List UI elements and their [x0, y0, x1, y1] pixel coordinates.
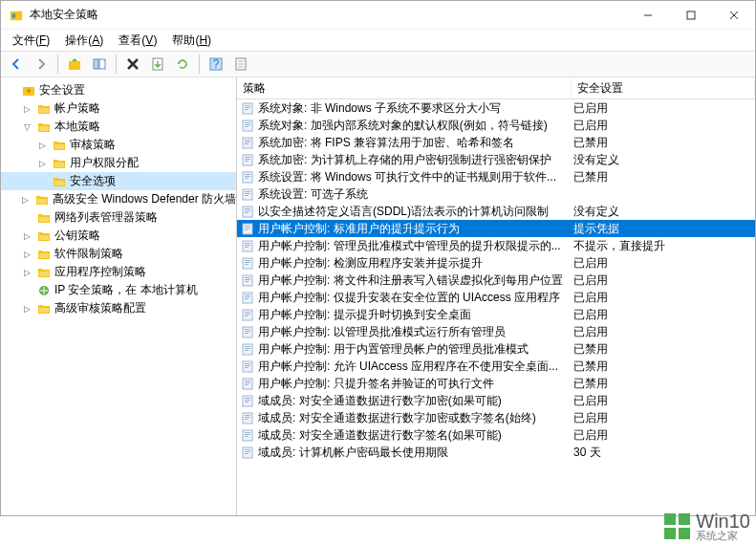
list-row[interactable]: 域成员: 对安全通道数据进行数字加密或数字签名(始终)已启用	[237, 409, 755, 426]
expander-icon[interactable]: ▷	[20, 102, 33, 116]
svg-rect-111	[245, 436, 248, 437]
svg-rect-40	[243, 138, 252, 148]
menu-help[interactable]: 帮助(H)	[164, 31, 219, 51]
svg-rect-98	[245, 382, 250, 383]
list-row[interactable]: 用户帐户控制: 将文件和注册表写入错误虚拟化到每用户位置已启用	[237, 272, 755, 289]
policy-setting: 已禁用	[573, 359, 755, 375]
folder-icon	[35, 192, 50, 207]
svg-rect-36	[243, 120, 252, 131]
toolbar: ?	[1, 51, 755, 77]
policy-icon	[240, 255, 255, 271]
list-row[interactable]: 系统对象: 非 Windows 子系统不要求区分大小写已启用	[237, 99, 755, 117]
expander-icon[interactable]: ▷	[35, 157, 49, 170]
list-row[interactable]: 用户帐户控制: 以管理员批准模式运行所有管理员已启用	[237, 323, 755, 340]
tree-panel[interactable]: 安全设置 ▷帐户策略▽本地策略▷审核策略▷用户权限分配安全选项▷高级安全 Win…	[1, 77, 237, 515]
list-row[interactable]: 用户帐户控制: 检测应用程序安装并提示提升已启用	[237, 254, 755, 272]
tree-label: 审核策略	[70, 137, 116, 153]
tree-item[interactable]: ▽本地策略	[1, 118, 236, 136]
export-button[interactable]	[146, 53, 169, 76]
svg-rect-39	[245, 126, 248, 127]
minimize-button[interactable]	[626, 1, 669, 29]
expander-icon[interactable]: ▷	[35, 139, 49, 152]
tree-item[interactable]: ▷审核策略	[1, 136, 236, 154]
policy-icon	[240, 186, 255, 202]
tree-item[interactable]: IP 安全策略，在 本地计算机	[1, 281, 236, 299]
properties-button[interactable]	[229, 53, 252, 76]
list-row[interactable]: 用户帐户控制: 标准用户的提升提示行为提示凭据	[237, 220, 755, 237]
list-row[interactable]: 域成员: 对安全通道数据进行数字签名(如果可能)已启用	[237, 426, 755, 444]
svg-rect-50	[245, 176, 250, 177]
svg-rect-84	[243, 327, 252, 337]
menu-file[interactable]: 文件(F)	[5, 31, 57, 51]
list-row[interactable]: 以安全描述符定义语言(SDDL)语法表示的计算机访问限制没有定义	[237, 203, 755, 220]
tree-item[interactable]: ▷软件限制策略	[1, 245, 236, 263]
tree-item[interactable]: ▷应用程序控制策略	[1, 263, 236, 281]
list-header: 策略 安全设置	[237, 77, 755, 99]
folder-icon	[36, 120, 52, 135]
back-button[interactable]	[5, 53, 28, 76]
tree-label: 安全选项	[70, 173, 116, 189]
svg-rect-72	[243, 275, 252, 286]
svg-rect-64	[243, 241, 252, 251]
help-button[interactable]: ?	[205, 53, 227, 76]
expander-icon[interactable]	[35, 175, 49, 188]
svg-rect-7	[94, 59, 98, 69]
svg-rect-3	[687, 11, 695, 19]
list-row[interactable]: 用户帐户控制: 管理员批准模式中管理员的提升权限提示的...不提示，直接提升	[237, 237, 755, 254]
refresh-button[interactable]	[171, 53, 194, 76]
list-row[interactable]: 用户帐户控制: 只提升签名并验证的可执行文件已禁用	[237, 375, 755, 392]
svg-rect-51	[245, 178, 248, 179]
list-row[interactable]: 域成员: 计算机帐户密码最长使用期限30 天	[237, 444, 755, 461]
tree-item[interactable]: 安全选项	[1, 172, 236, 190]
tree-item[interactable]: ▷用户权限分配	[1, 154, 236, 172]
svg-rect-46	[245, 159, 250, 160]
expander-icon[interactable]: ▷	[20, 229, 33, 243]
svg-point-19	[27, 89, 31, 93]
menu-view[interactable]: 查看(V)	[111, 31, 164, 51]
forward-button[interactable]	[30, 53, 53, 76]
svg-rect-48	[243, 172, 252, 183]
svg-rect-82	[245, 314, 250, 315]
list-row[interactable]: 系统设置: 可选子系统	[237, 185, 755, 203]
expander-icon[interactable]: ▷	[20, 266, 33, 279]
list-row[interactable]: 系统加密: 为计算机上存储的用户密钥强制进行强密钥保护没有定义	[237, 151, 755, 168]
tree-item[interactable]: ▷帐户策略	[1, 99, 236, 118]
maximize-button[interactable]	[669, 1, 712, 29]
list-row[interactable]: 域成员: 对安全通道数据进行数字加密(如果可能)已启用	[237, 392, 755, 409]
svg-rect-33	[245, 105, 250, 106]
tree-item[interactable]: ▷公钥策略	[1, 227, 236, 245]
expander-icon[interactable]: ▽	[20, 120, 33, 134]
expander-icon[interactable]	[20, 211, 33, 225]
list-row[interactable]: 系统对象: 加强内部系统对象的默认权限(例如，符号链接)已启用	[237, 117, 755, 134]
delete-button[interactable]	[121, 53, 144, 76]
up-button[interactable]	[63, 53, 86, 76]
expander-icon[interactable]: ▷	[19, 193, 32, 207]
list-row[interactable]: 用户帐户控制: 用于内置管理员帐户的管理员批准模式已禁用	[237, 340, 755, 358]
show-hide-tree-button[interactable]	[88, 53, 111, 76]
menu-action[interactable]: 操作(A)	[57, 31, 111, 51]
list-row[interactable]: 用户帐户控制: 允许 UIAccess 应用程序在不使用安全桌面...已禁用	[237, 358, 755, 375]
column-header-policy[interactable]: 策略	[237, 77, 572, 98]
expander-icon[interactable]: ▷	[20, 302, 33, 316]
expander-icon[interactable]	[20, 284, 33, 297]
tree-item[interactable]: ▷高级安全 Windows Defender 防火墙	[1, 190, 236, 208]
list-row[interactable]: 用户帐户控制: 提示提升时切换到安全桌面已启用	[237, 306, 755, 323]
svg-rect-79	[245, 298, 248, 299]
watermark: Win10 系统之家	[664, 511, 750, 541]
close-button[interactable]	[712, 1, 755, 29]
tree-item[interactable]: 网络列表管理器策略	[1, 208, 236, 227]
svg-rect-42	[245, 141, 250, 142]
policy-icon	[240, 290, 255, 305]
expander-icon[interactable]	[5, 84, 18, 98]
expander-icon[interactable]: ▷	[20, 248, 33, 261]
svg-rect-102	[245, 400, 250, 401]
list-row[interactable]: 用户帐户控制: 仅提升安装在安全位置的 UIAccess 应用程序已启用	[237, 289, 755, 306]
list-row[interactable]: 系统设置: 将 Windows 可执行文件中的证书规则用于软件...已禁用	[237, 168, 755, 185]
column-header-setting[interactable]: 安全设置	[572, 77, 755, 98]
svg-rect-71	[245, 264, 248, 265]
list-body[interactable]: 系统对象: 非 Windows 子系统不要求区分大小写已启用系统对象: 加强内部…	[237, 99, 755, 515]
tree-item[interactable]: ▷高级审核策略配置	[1, 299, 236, 317]
tree-root[interactable]: 安全设置	[1, 81, 236, 99]
svg-rect-29	[39, 272, 49, 276]
list-row[interactable]: 系统加密: 将 FIPS 兼容算法用于加密、哈希和签名已禁用	[237, 134, 755, 151]
